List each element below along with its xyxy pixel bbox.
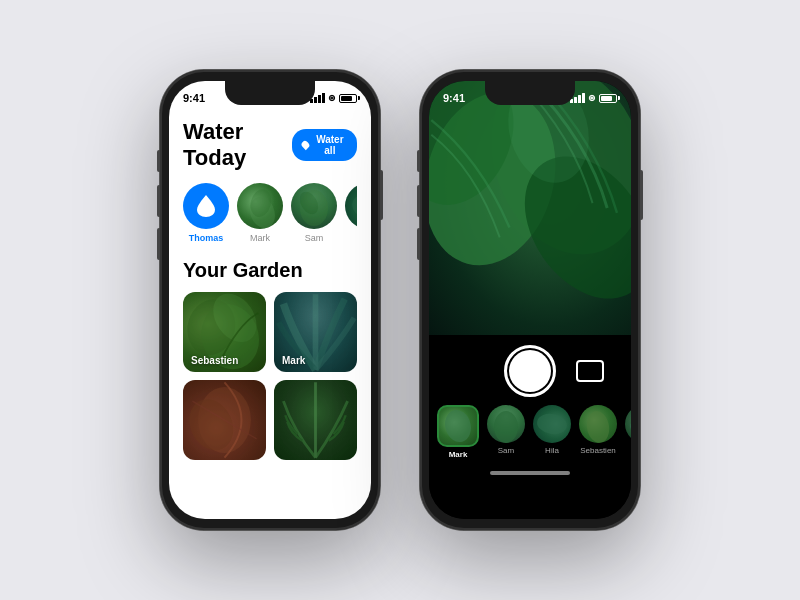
garden-card-3[interactable] [183,380,266,460]
cam-thor-thumb [625,405,631,443]
cam-sebastien-label: Sebastien [580,446,616,455]
cam-sam-label: Sam [498,446,514,455]
svg-point-19 [535,412,568,437]
battery-icon-right [599,94,617,103]
water-drop-icon [197,195,215,217]
cam-plant-mark[interactable]: Mark [437,405,479,459]
wifi-icon-right: ⊛ [588,93,596,103]
leaf-decoration [291,183,337,229]
sam-label: Sam [305,233,324,243]
garden-card-mark[interactable]: Mark [274,292,357,372]
notch [225,81,315,105]
camera-plants-row: Mark Sam [429,405,631,459]
left-phone-screen: 9:41 ⊛ Water Today [169,81,371,519]
sam-avatar [291,183,337,229]
cam-plant-sam[interactable]: Sam [487,405,525,459]
left-phone: 9:41 ⊛ Water Today [160,70,380,530]
plants-row: Thomas Mark [183,183,357,243]
camera-viewfinder [429,81,631,335]
status-time-right: 9:41 [443,92,465,104]
home-indicator [490,471,570,475]
cam-plant-thor[interactable]: Thor [625,405,631,459]
notch-right [485,81,575,105]
camera-controls: Mark Sam [429,335,631,519]
thor-cam-leaf [625,405,631,443]
svg-point-4 [350,191,357,220]
cam-hila-thumb [533,405,571,443]
status-icons-right: ⊛ [570,93,617,103]
leaf-decoration [345,183,357,229]
right-phone-screen: 9:41 ⊛ [429,81,631,519]
garden-card-bg-4 [274,380,357,460]
scene: 9:41 ⊛ Water Today [0,0,800,600]
cam-plant-hila[interactable]: Hila [533,405,571,459]
screen-content: Water Today Water all Thomas [169,111,371,519]
wifi-icon: ⊛ [328,93,336,103]
card-label-mark: Mark [282,355,305,366]
svg-point-20 [584,409,611,443]
garden-title: Your Garden [183,259,357,282]
shutter-row [429,345,631,397]
sam-cam-leaf [487,405,525,443]
cam-plant-sebastien[interactable]: Sebastien [579,405,617,459]
garden-card-sebastien[interactable]: Sebastien [183,292,266,372]
battery-icon [339,94,357,103]
cam-hila-label: Hila [545,446,559,455]
mark-cam-leaf [439,407,477,445]
cam-mark-label: Mark [449,450,468,459]
svg-point-18 [494,411,518,443]
status-time: 9:41 [183,92,205,104]
plant-avatar-sam[interactable]: Sam [291,183,337,243]
fern-leaves [274,380,357,460]
cam-sebastien-thumb [579,405,617,443]
cam-sam-thumb [487,405,525,443]
garden-card-bg-3 [183,380,266,460]
water-all-button[interactable]: Water all [292,129,357,161]
plant-avatar-hila[interactable]: Hila [345,183,357,243]
photo-library-button[interactable] [576,360,604,382]
hila-avatar [345,183,357,229]
thomas-label: Thomas [189,233,224,243]
mark-avatar [237,183,283,229]
shutter-inner [509,350,551,392]
thomas-avatar [183,183,229,229]
garden-card-4[interactable] [274,380,357,460]
status-icons: ⊛ [310,93,357,103]
right-phone: 9:41 ⊛ [420,70,640,530]
cam-mark-thumb [437,405,479,447]
mark-label: Mark [250,233,270,243]
colorful-leaves [183,380,266,460]
svg-point-17 [442,407,475,445]
water-today-header: Water Today Water all [183,119,357,171]
plant-avatar-thomas[interactable]: Thomas [183,183,229,243]
card-label-sebastien: Sebastien [191,355,238,366]
hila-cam-leaf [533,405,571,443]
page-title: Water Today [183,119,292,171]
garden-grid: Sebastien Mark [183,292,357,460]
leaf-decoration [237,183,283,229]
svg-point-21 [627,410,631,438]
sebastien-cam-leaf [579,405,617,443]
plant-avatar-mark[interactable]: Mark [237,183,283,243]
shutter-button[interactable] [504,345,556,397]
drop-icon [300,140,310,150]
camera-plant-view [429,81,631,335]
